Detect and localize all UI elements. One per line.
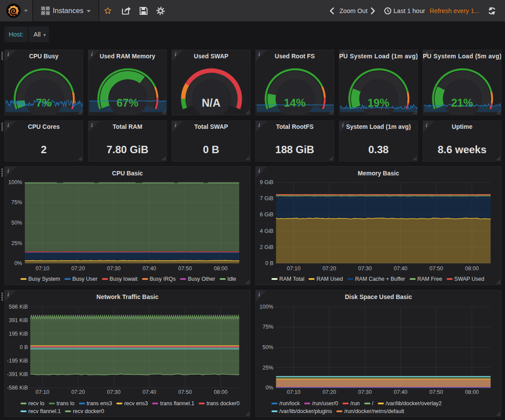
svg-text:0 B: 0 B	[265, 260, 274, 266]
svg-text:07:20: 07:20	[71, 265, 85, 272]
svg-text:07:20: 07:20	[71, 389, 85, 395]
svg-text:-586 KiB: -586 KiB	[7, 385, 28, 391]
svg-text:50%: 50%	[11, 220, 22, 226]
svg-text:75%: 75%	[11, 199, 22, 205]
svg-text:25%: 25%	[11, 240, 22, 246]
svg-text:07:10: 07:10	[287, 389, 300, 395]
svg-text:07:10: 07:10	[36, 389, 49, 395]
svg-text:07:30: 07:30	[107, 389, 120, 395]
svg-text:07:20: 07:20	[322, 265, 336, 272]
svg-text:08:00: 08:00	[465, 265, 478, 272]
svg-text:75%: 75%	[262, 324, 273, 330]
svg-text:07:30: 07:30	[358, 265, 372, 272]
svg-text:08:00: 08:00	[465, 389, 478, 395]
svg-text:50%: 50%	[262, 344, 273, 350]
svg-text:100%: 100%	[260, 304, 274, 310]
svg-text:07:50: 07:50	[178, 389, 192, 395]
svg-text:586 KiB: 586 KiB	[9, 304, 28, 310]
svg-text:07:20: 07:20	[322, 389, 336, 395]
svg-text:4 GiB: 4 GiB	[260, 228, 273, 234]
svg-text:07:30: 07:30	[358, 389, 372, 395]
svg-text:07:40: 07:40	[394, 389, 407, 395]
svg-text:07:50: 07:50	[430, 389, 443, 395]
svg-text:07:10: 07:10	[287, 265, 300, 272]
svg-text:0%: 0%	[265, 385, 273, 391]
svg-text:07:50: 07:50	[430, 265, 443, 272]
svg-text:07:40: 07:40	[142, 265, 156, 272]
svg-text:100%: 100%	[8, 179, 22, 185]
svg-text:-195 KiB: -195 KiB	[7, 358, 28, 364]
svg-text:0 B: 0 B	[20, 344, 28, 350]
svg-text:08:00: 08:00	[214, 389, 227, 395]
svg-text:07:40: 07:40	[142, 389, 156, 395]
svg-text:391 KiB: 391 KiB	[9, 317, 28, 323]
svg-text:9 GiB: 9 GiB	[260, 179, 273, 185]
svg-text:0%: 0%	[14, 260, 22, 266]
svg-text:195 KiB: 195 KiB	[9, 331, 28, 337]
svg-text:-391 KiB: -391 KiB	[7, 371, 28, 377]
svg-text:07:30: 07:30	[107, 265, 120, 272]
svg-text:25%: 25%	[262, 365, 273, 371]
svg-text:08:00: 08:00	[214, 265, 227, 272]
svg-text:2 GiB: 2 GiB	[260, 244, 273, 250]
svg-text:07:50: 07:50	[178, 265, 192, 272]
svg-text:6 GiB: 6 GiB	[260, 212, 273, 218]
svg-text:7 GiB: 7 GiB	[260, 195, 273, 202]
svg-text:07:40: 07:40	[394, 265, 407, 272]
svg-text:07:10: 07:10	[36, 265, 49, 272]
